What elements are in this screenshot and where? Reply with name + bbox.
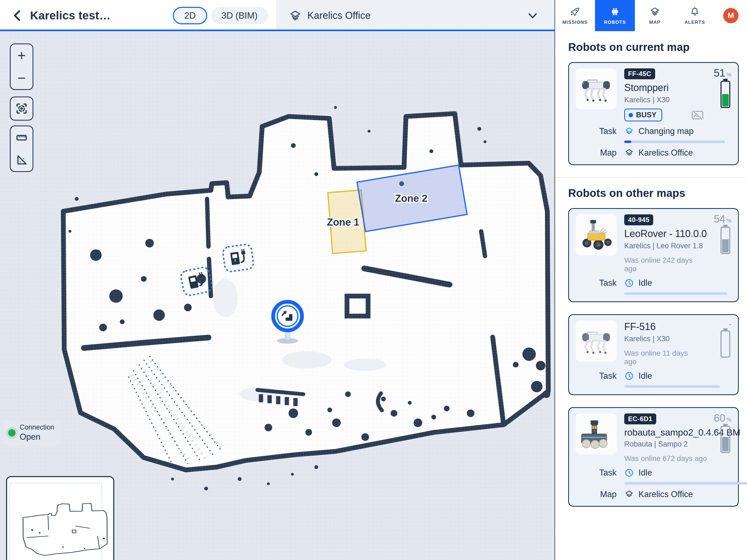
robot-vendor-model: Karelics | X30 — [624, 335, 699, 343]
rocket-icon — [570, 6, 581, 17]
battery-percent: 51 — [714, 67, 725, 79]
main-nav: MISSIONS ROBOTS MAP ALERTS M — [555, 0, 747, 31]
measure-angle-button[interactable] — [11, 149, 32, 171]
bell-icon — [689, 6, 700, 17]
robot-photo — [575, 321, 617, 361]
nav-label-robots: ROBOTS — [604, 20, 626, 25]
status-badge-busy: BUSY — [624, 108, 662, 121]
idle-clock-icon — [624, 371, 634, 381]
idle-clock-icon — [624, 278, 634, 288]
robot-name: LeoRover - 110.0.0 — [624, 228, 707, 239]
battery-indicator: 51 % — [705, 67, 731, 108]
map-change-icon — [624, 126, 634, 136]
ruler-icon — [15, 131, 28, 144]
nav-tab-alerts[interactable]: ALERTS — [675, 0, 715, 31]
task-row-label: Task — [599, 468, 617, 478]
battery-fill — [722, 94, 729, 106]
robot-name: Stompperi — [624, 82, 704, 94]
map-selector-dropdown[interactable]: Karelics Office — [276, 0, 555, 31]
camera-off-icon — [691, 110, 704, 121]
header-accent-line — [0, 29, 555, 31]
map-selector-label: Karelics Office — [307, 10, 370, 21]
last-online-text: Was online 672 days ago — [624, 455, 740, 463]
map-row-label: Map — [600, 148, 617, 158]
locate-button[interactable] — [11, 97, 32, 120]
top-bar: Karelics test… 2D 3D (BIM) Karelics Offi… — [0, 0, 747, 31]
task-row-label: Task — [599, 126, 617, 136]
task-row-value: Idle — [624, 468, 747, 478]
layers-icon — [624, 489, 634, 499]
robots-sidebar: Robots on current map FF-45C Stompperi — [555, 31, 747, 560]
zoom-out-button[interactable]: − — [11, 67, 32, 89]
layers-icon — [649, 6, 660, 17]
robot-vendor-model: Karelics | X30 — [624, 96, 704, 104]
map-value-text: Karelics Office — [639, 148, 693, 158]
battery-percent: 60 — [714, 412, 725, 424]
sampo-robot-image — [577, 417, 615, 451]
robot-code-badge: FF-45C — [624, 68, 655, 79]
map-canvas[interactable]: Zone 1 Zone 2 — [0, 31, 555, 560]
map-row-label: Map — [600, 489, 617, 499]
task-row-label: Task — [599, 278, 617, 288]
set-square-icon — [15, 154, 28, 166]
battery-icon — [720, 227, 730, 254]
battery-unit: % — [726, 72, 731, 78]
quadruped-robot-image — [577, 72, 615, 106]
leorover-robot-image — [577, 218, 615, 252]
minimap[interactable] — [6, 476, 114, 560]
layers-icon — [289, 9, 302, 22]
heading-other-maps: Robots on other maps — [568, 187, 739, 199]
map-row-value: Karelics Office — [624, 148, 736, 158]
zone-1-label: Zone 1 — [327, 217, 359, 228]
back-button[interactable] — [10, 8, 25, 23]
robot-card-sampo[interactable]: EC-6D1 robauta_sampo2_0.4.64 BM Robauta … — [568, 407, 739, 507]
task-value-text: Idle — [639, 278, 652, 288]
user-avatar[interactable]: M — [723, 8, 739, 23]
avatar-cell: M — [715, 0, 747, 31]
view-3d-button[interactable]: 3D (BIM) — [211, 7, 268, 24]
view-2d-button[interactable]: 2D — [173, 7, 207, 24]
task-progress-bar — [624, 141, 725, 143]
zoom-controls: + − — [10, 44, 33, 90]
nav-tab-map[interactable]: MAP — [635, 0, 675, 31]
task-value-text: Changing map — [639, 126, 694, 136]
battery-icon — [720, 426, 730, 453]
locate-control — [10, 97, 33, 121]
task-row-value: Idle — [624, 371, 731, 381]
battery-indicator: 54 % — [705, 213, 731, 254]
nav-tab-missions[interactable]: MISSIONS — [555, 0, 595, 31]
marker-ring-inner — [277, 306, 298, 326]
task-row-value: Idle — [624, 278, 739, 288]
robot-card-leorover[interactable]: 40-945 LeoRover - 110.0.0 Karelics | Leo… — [568, 208, 739, 302]
zoom-in-button[interactable]: + — [11, 44, 32, 67]
robot-card-stompperi[interactable]: FF-45C Stompperi Karelics | X30 BUSY Tas… — [568, 62, 739, 165]
robot-code-badge: 40-945 — [624, 214, 653, 225]
minimap-thumbnail — [12, 491, 108, 560]
robot-photo — [575, 214, 617, 255]
view-toggle: 2D 3D (BIM) — [173, 7, 268, 24]
last-online-text: Was online 242 days ago — [624, 256, 707, 273]
chevron-down-icon — [526, 9, 539, 22]
robot-photo — [575, 413, 617, 455]
battery-indicator: - — [705, 320, 731, 358]
task-row-value: Changing map — [624, 126, 736, 136]
map-value-text: Karelics Office — [639, 489, 693, 499]
task-progress-bar — [624, 292, 728, 295]
section-divider — [555, 177, 747, 178]
task-value-text: Idle — [639, 468, 652, 478]
locate-icon — [15, 102, 28, 115]
idle-clock-icon — [624, 468, 634, 478]
nav-tab-robots[interactable]: ROBOTS — [595, 0, 635, 31]
robot-card-ff516[interactable]: FF-516 Karelics | X30 Was online 11 days… — [568, 314, 739, 395]
measure-controls — [10, 126, 33, 172]
main-area: Zone 1 Zone 2 — [0, 31, 747, 560]
robot-icon — [610, 6, 620, 17]
quadruped-robot-image — [577, 324, 615, 358]
measure-distance-button[interactable] — [11, 126, 32, 149]
nav-label-missions: MISSIONS — [562, 20, 588, 25]
nav-label-alerts: ALERTS — [685, 20, 705, 25]
connection-status: Connection Open — [3, 421, 61, 445]
map-wall-box — [347, 296, 368, 316]
battery-fill — [722, 239, 729, 252]
battery-percent: - — [729, 320, 731, 328]
